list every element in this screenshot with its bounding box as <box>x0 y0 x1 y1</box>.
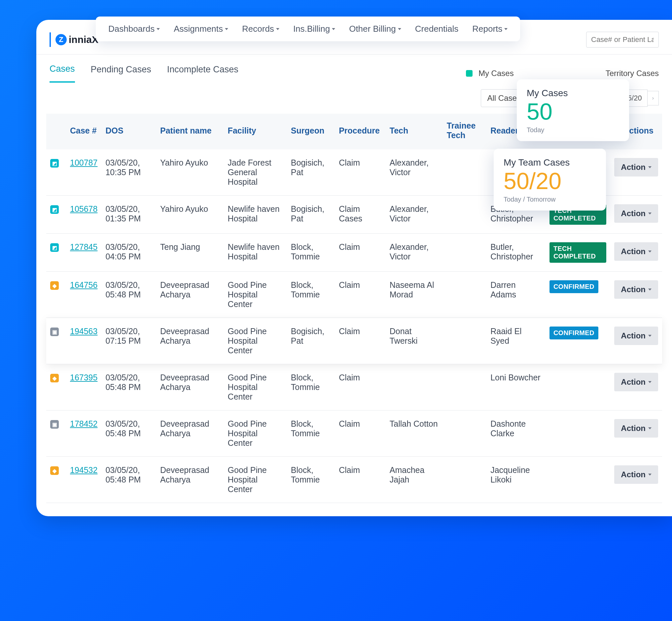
col-patient[interactable]: Patient name <box>156 114 224 150</box>
table-row: ◆16475603/05/20, 05:48 PMDeveeprasad Ach… <box>46 272 662 318</box>
col-tech[interactable]: Tech <box>386 114 443 150</box>
col-caseno[interactable]: Case # <box>66 114 101 150</box>
action-button[interactable]: Action <box>614 419 658 438</box>
row-type-icon: ◆ <box>50 281 59 290</box>
row-type-icon: ◩ <box>50 243 59 252</box>
my-team-sub: Today / Tomorrow <box>504 196 596 203</box>
action-button[interactable]: Action <box>614 158 658 176</box>
action-button[interactable]: Action <box>614 242 658 261</box>
table-row: ▣19456303/05/20, 07:15 PMDeveeprasad Ach… <box>46 318 662 364</box>
cell-dos: 03/05/20, 05:48 PM <box>101 457 156 503</box>
case-number-link[interactable]: 105678 <box>70 204 97 213</box>
col-facility[interactable]: Facility <box>224 114 287 150</box>
my-cases-card: My Cases 50 Today <box>517 79 629 141</box>
chevron-right-icon: › <box>652 95 654 101</box>
action-button[interactable]: Action <box>614 327 658 345</box>
search-input[interactable] <box>586 32 659 48</box>
cell-status: CONFIRMED <box>545 318 610 364</box>
table-row: ◆19453203/05/20, 05:48 PMDeveeprasad Ach… <box>46 457 662 503</box>
cell-procedure: Claim <box>335 411 386 457</box>
cell-surgeon: Block, Tommie <box>287 457 335 503</box>
legend-swatch-icon <box>466 70 473 77</box>
chevron-down-icon <box>504 28 507 30</box>
cell-patient: Deveeprasad Acharya <box>156 318 224 364</box>
cell-trainee <box>443 196 486 234</box>
case-number-link[interactable]: 127845 <box>70 242 97 251</box>
action-button[interactable]: Action <box>614 465 658 484</box>
case-number-link[interactable]: 167395 <box>70 373 97 382</box>
nav-other-billing-label: Other Billing <box>349 24 396 34</box>
row-type-icon: ◩ <box>50 205 59 214</box>
table-row: ◩12784503/05/20, 04:05 PMTeng JiangNewli… <box>46 234 662 272</box>
case-number-link[interactable]: 178452 <box>70 419 97 428</box>
cell-surgeon: Bogisich, Pat <box>287 318 335 364</box>
nav-credentials[interactable]: Credentials <box>415 24 459 34</box>
action-button[interactable]: Action <box>614 204 658 223</box>
case-number-link[interactable]: 100787 <box>70 158 97 167</box>
nav-dashboards[interactable]: Dashboards <box>108 24 160 34</box>
cell-status <box>545 411 610 457</box>
nav-ins-billing-label: Ins.Billing <box>293 24 330 34</box>
cell-surgeon: Block, Tommie <box>287 234 335 272</box>
case-number-link[interactable]: 194532 <box>70 465 97 474</box>
status-badge: CONFIRMED <box>549 280 598 293</box>
col-surgeon[interactable]: Surgeon <box>287 114 335 150</box>
cell-procedure: Claim <box>335 272 386 318</box>
my-cases-title: My Cases <box>527 88 619 98</box>
nav-records[interactable]: Records <box>242 24 279 34</box>
cell-trainee <box>443 364 486 411</box>
cell-facility: Newlife haven Hospital <box>224 234 287 272</box>
col-procedure[interactable]: Procedure <box>335 114 386 150</box>
cell-tech: Naseema Al Morad <box>386 272 443 318</box>
cell-procedure: Claim <box>335 364 386 411</box>
cell-tech: Tallah Cotton <box>386 411 443 457</box>
cell-tech: Alexander, Victor <box>386 150 443 196</box>
my-cases-value: 50 <box>527 100 619 124</box>
cell-reader: Loni Bowcher <box>486 364 545 411</box>
cell-status <box>545 457 610 503</box>
status-badge: CONFIRMED <box>549 327 598 339</box>
pager-next-button[interactable]: › <box>647 91 659 106</box>
nav-other-billing[interactable]: Other Billing <box>349 24 401 34</box>
nav-reports-label: Reports <box>472 24 502 34</box>
cell-dos: 03/05/20, 01:35 PM <box>101 196 156 234</box>
cell-facility: Jade Forest General Hospital <box>224 150 287 196</box>
my-team-value: 50/20 <box>504 169 596 194</box>
nav-credentials-label: Credentials <box>415 24 459 34</box>
action-button[interactable]: Action <box>614 373 658 391</box>
case-number-link[interactable]: 164756 <box>70 280 97 290</box>
cell-status: TECH COMPLETED <box>545 234 610 272</box>
col-trainee[interactable]: Trainee Tech <box>443 114 486 150</box>
case-number-link[interactable]: 194563 <box>70 327 97 336</box>
nav-assignments-label: Assignments <box>174 24 223 34</box>
cell-patient: Yahiro Ayuko <box>156 196 224 234</box>
nav-assignments[interactable]: Assignments <box>174 24 228 34</box>
top-nav: Dashboards Assignments Records Ins.Billi… <box>96 16 520 41</box>
cell-dos: 03/05/20, 05:48 PM <box>101 364 156 411</box>
cell-dos: 03/05/20, 05:48 PM <box>101 272 156 318</box>
legend-territory: Territory Cases <box>606 69 659 78</box>
cell-surgeon: Bogisich, Pat <box>287 196 335 234</box>
cell-dos: 03/05/20, 04:05 PM <box>101 234 156 272</box>
cell-reader: Dashonte Clarke <box>486 411 545 457</box>
nav-ins-billing[interactable]: Ins.Billing <box>293 24 335 34</box>
cell-surgeon: Block, Tommie <box>287 411 335 457</box>
status-badge: TECH COMPLETED <box>549 242 606 263</box>
tab-incomplete-cases[interactable]: Incomplete Cases <box>167 65 238 82</box>
cell-dos: 03/05/20, 10:35 PM <box>101 150 156 196</box>
cell-tech: Donat Twerski <box>386 318 443 364</box>
col-dos[interactable]: DOS <box>101 114 156 150</box>
tab-cases[interactable]: Cases <box>49 64 75 83</box>
tab-pending-cases[interactable]: Pending Cases <box>91 65 151 82</box>
chevron-down-icon <box>276 28 279 30</box>
cell-patient: Deveeprasad Acharya <box>156 272 224 318</box>
cell-reader: Jacqueline Likoki <box>486 457 545 503</box>
brand-logo[interactable]: Z inniaX <box>49 32 98 47</box>
legend: My Cases Territory Cases <box>466 69 659 78</box>
row-type-icon: ◆ <box>50 466 59 475</box>
chevron-down-icon <box>648 166 652 168</box>
cell-reader: Darren Adams <box>486 272 545 318</box>
action-button[interactable]: Action <box>614 280 658 299</box>
nav-reports[interactable]: Reports <box>472 24 507 34</box>
chevron-down-icon <box>156 28 160 30</box>
